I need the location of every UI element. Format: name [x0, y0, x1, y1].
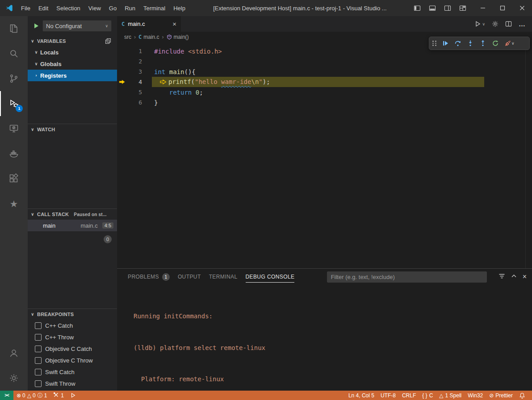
scope-locals[interactable]: ∨Locals	[28, 46, 117, 58]
explorer-icon[interactable]	[0, 16, 28, 41]
checkbox[interactable]	[35, 334, 42, 341]
tab-main-c[interactable]: C main.c ×	[117, 16, 181, 32]
breakpoint-item: Swift Throw	[28, 378, 117, 389]
menu-terminal[interactable]: Terminal	[139, 0, 169, 16]
docker-icon[interactable]	[0, 141, 28, 166]
search-icon[interactable]	[0, 41, 28, 66]
chevron-down-icon: ∨	[29, 39, 36, 43]
settings-gear-icon[interactable]	[0, 366, 28, 391]
menu-view[interactable]: View	[84, 0, 105, 16]
toggle-panel-icon[interactable]	[426, 2, 439, 14]
current-line-arrow-icon[interactable]	[117, 79, 127, 84]
line-number: 3	[127, 68, 142, 75]
chevron-down-icon[interactable]: ∨	[511, 41, 515, 46]
menu-file[interactable]: File	[17, 0, 34, 16]
toolbar-drag-handle[interactable]	[432, 41, 437, 46]
code-line-current[interactable]: 4 printf("hello wamr-ide\n");	[117, 77, 532, 87]
star-icon[interactable]: ★	[0, 191, 28, 216]
activity-bar: 1 ★	[0, 16, 28, 391]
menu-edit[interactable]: Edit	[34, 0, 52, 16]
menu-go[interactable]: Go	[105, 0, 121, 16]
run-or-debug-icon[interactable]: ∨	[474, 21, 485, 27]
panel-header: PROBLEMS1 OUTPUT TERMINAL DEBUG CONSOLE …	[117, 269, 532, 285]
checkbox[interactable]	[35, 322, 42, 329]
toggle-secondary-sidebar-icon[interactable]	[441, 2, 454, 14]
debug-console-output: Running initCommands: (lldb) platform se…	[117, 285, 532, 400]
toolchain-status[interactable]: 1	[50, 391, 67, 400]
breadcrumb-folder[interactable]: src	[124, 34, 131, 40]
breadcrumb-separator: ›	[134, 34, 136, 40]
tab-debug-console[interactable]: DEBUG CONSOLE	[246, 269, 295, 285]
scope-globals[interactable]: ∨Globals	[28, 58, 117, 70]
tools-icon	[53, 392, 59, 399]
breakpoints-section-header[interactable]: ∨ BREAKPOINTS	[28, 309, 117, 320]
minimize-button[interactable]	[473, 0, 493, 16]
code-line[interactable]: 2	[117, 56, 532, 67]
pause-status: Paused on st...	[74, 212, 107, 217]
stack-frame-row[interactable]: main main.c 4:5	[28, 220, 117, 231]
code-token: 0	[196, 89, 199, 96]
collapse-all-icon[interactable]	[105, 38, 115, 44]
code-line[interactable]: 3 int main(){	[117, 67, 532, 77]
filter-lines-icon[interactable]	[498, 273, 505, 281]
variables-section: ∨ VARIABLES ∨Locals ∨Globals ›Registers	[28, 36, 117, 124]
split-editor-icon[interactable]	[505, 21, 512, 27]
call-stack-section-header[interactable]: ∨ CALL STACK Paused on st...	[28, 209, 117, 220]
checkbox[interactable]	[35, 346, 42, 352]
accounts-icon[interactable]	[0, 341, 28, 366]
code-token: printf	[168, 78, 191, 85]
menu-selection[interactable]: Selection	[52, 0, 84, 16]
breadcrumb-file[interactable]: Cmain.c	[138, 34, 159, 40]
menu-run[interactable]: Run	[121, 0, 139, 16]
gear-icon[interactable]	[492, 21, 498, 27]
titlebar: File Edit Selection View Go Run Terminal…	[0, 0, 532, 16]
step-over-button[interactable]	[452, 38, 464, 49]
start-debugging-icon[interactable]	[33, 23, 39, 29]
debug-config-label: No Configurat	[46, 23, 82, 29]
step-out-button[interactable]	[477, 38, 489, 49]
variables-section-header[interactable]: ∨ VARIABLES	[28, 36, 117, 46]
panel-actions: ×	[495, 273, 527, 281]
debug-status-icon[interactable]	[67, 391, 79, 400]
console-filter-input[interactable]	[327, 271, 487, 283]
debug-config-dropdown[interactable]: No Configurat ∨	[42, 20, 112, 32]
checkbox[interactable]	[35, 357, 42, 364]
breakpoint-item: C++ Catch	[28, 320, 117, 331]
tab-output[interactable]: OUTPUT	[178, 269, 201, 285]
watch-section-header[interactable]: ∨ WATCH	[28, 124, 117, 135]
checkbox[interactable]	[35, 369, 42, 375]
warning-icon: △	[27, 393, 31, 398]
close-button[interactable]	[512, 0, 532, 16]
problems-status[interactable]: ⊗0 △0 ⓘ1	[13, 391, 50, 400]
checkbox[interactable]	[35, 380, 42, 387]
bottom-panel: PROBLEMS1 OUTPUT TERMINAL DEBUG CONSOLE …	[117, 268, 532, 391]
code-editor[interactable]: 1 #include <stdio.h> 2 3 int main(){	[117, 42, 532, 268]
inline-breakpoint-icon	[154, 79, 168, 86]
tab-close-icon[interactable]: ×	[172, 21, 176, 27]
run-and-debug-icon[interactable]: 1	[0, 91, 28, 116]
tab-problems[interactable]: PROBLEMS1	[128, 269, 170, 285]
code-line[interactable]: 6 }	[117, 97, 532, 108]
restart-button[interactable]	[489, 38, 502, 49]
line-number: 5	[127, 89, 142, 96]
extensions-icon[interactable]	[0, 166, 28, 191]
info-icon: ⓘ	[38, 393, 43, 398]
remote-indicator[interactable]: ><	[0, 391, 13, 400]
menu-help[interactable]: Help	[169, 0, 189, 16]
editor-scrollbar[interactable]	[525, 42, 532, 268]
remote-explorer-icon[interactable]	[0, 116, 28, 141]
window-controls	[473, 0, 532, 16]
more-actions-icon[interactable]: …	[519, 20, 526, 28]
source-control-icon[interactable]	[0, 66, 28, 91]
continue-button[interactable]	[439, 38, 452, 49]
scope-registers[interactable]: ›Registers	[28, 70, 117, 81]
customize-layout-icon[interactable]	[456, 2, 469, 14]
toggle-sidebar-icon[interactable]	[411, 2, 424, 14]
breadcrumb-symbol[interactable]: main()	[167, 34, 189, 40]
maximize-panel-icon[interactable]	[511, 273, 517, 281]
tab-terminal[interactable]: TERMINAL	[209, 269, 238, 285]
close-panel-icon[interactable]: ×	[523, 273, 527, 280]
step-into-button[interactable]	[464, 38, 477, 49]
code-line[interactable]: 5 return 0;	[117, 87, 532, 97]
maximize-button[interactable]	[493, 0, 512, 16]
